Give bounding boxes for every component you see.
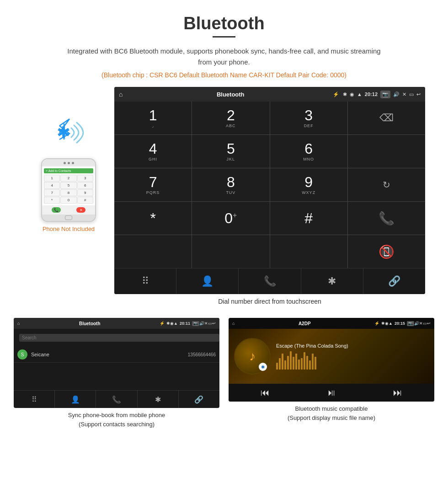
phone-dot-3 <box>72 162 74 164</box>
pb-back-icon[interactable]: ↩ <box>212 321 216 326</box>
dialpad-grid: 1 ⌟ 2 ABC 3 DEF ⌫ 4 GHI <box>114 102 425 268</box>
phone-key-hash[interactable]: # <box>77 197 93 204</box>
music-vol-icon[interactable]: 🔊 <box>414 321 419 326</box>
pb-nav-link[interactable]: 🔗 <box>179 391 219 408</box>
music-bar-14 <box>312 354 314 370</box>
music-back-icon[interactable]: ↩ <box>427 321 431 326</box>
car-camera-icon[interactable]: 📷 <box>380 91 390 98</box>
pb-close-icon[interactable]: ✕ <box>204 321 208 326</box>
pb-vol-icon[interactable]: 🔊 <box>199 321 204 326</box>
dial-key-4[interactable]: 4 GHI <box>114 135 192 168</box>
car-nav-link[interactable]: 🔗 <box>363 268 425 294</box>
car-screen-title: Bluetooth <box>128 91 333 98</box>
dial-key-star[interactable]: * <box>114 202 192 235</box>
dial-key-reload[interactable]: ↻ <box>348 168 425 201</box>
pb-time: 20:11 <box>180 321 190 326</box>
car-close-icon[interactable]: ✕ <box>402 91 406 97</box>
car-nav-contacts[interactable]: 👤 <box>176 268 239 294</box>
car-wifi-icon: ▲ <box>357 91 362 97</box>
music-bar-2 <box>279 358 281 370</box>
pb-nav-bar: ⠿ 👤 📞 ✱ 🔗 <box>14 390 219 408</box>
phone-dot-2 <box>68 162 70 164</box>
music-win-icon[interactable]: ▭ <box>423 321 427 326</box>
music-bar-11 <box>304 352 305 370</box>
music-close-icon[interactable]: ✕ <box>419 321 423 326</box>
pb-bt-icon: ✱ <box>166 321 170 326</box>
dial-key-6[interactable]: 6 MNO <box>270 135 347 168</box>
car-home-icon[interactable]: ⌂ <box>119 91 123 98</box>
dial-key-hash[interactable]: # <box>270 202 347 235</box>
music-album-art: ♪ ✱ <box>234 338 271 375</box>
phone-call-button[interactable]: 📞 <box>52 207 61 213</box>
phone-key-2[interactable]: 2 <box>60 175 76 182</box>
car-status-right: ✱ ◉ ▲ 20:12 📷 🔊 ✕ ▭ ↩ <box>343 91 421 98</box>
music-prev-button[interactable]: ⏮ <box>261 387 270 398</box>
phone-key-3[interactable]: 3 <box>77 175 93 182</box>
music-usb-icon: ⚡ <box>374 321 379 326</box>
contact-row[interactable]: S Seicane 13566664466 <box>14 347 219 363</box>
contact-avatar: S <box>17 349 27 359</box>
dial-key-call-red[interactable]: 📵 <box>348 235 425 268</box>
music-bar-8 <box>295 354 297 370</box>
dial-key-8[interactable]: 8 TUV <box>192 168 269 201</box>
dial-key-1[interactable]: 1 ⌟ <box>114 102 192 134</box>
dial-key-9[interactable]: 9 WXYZ <box>270 168 347 201</box>
dial-key-7[interactable]: 7 PQRS <box>114 168 192 201</box>
phone-key-8[interactable]: 8 <box>60 189 76 196</box>
main-content: ✱ + Add to Contacts 1 2 3 4 5 <box>0 87 448 313</box>
music-bar-4 <box>284 360 286 370</box>
phonebook-search-input[interactable] <box>19 334 219 342</box>
dial-key-0[interactable]: 0+ <box>192 202 269 235</box>
phone-end-button[interactable]: ✕ <box>76 207 85 213</box>
music-camera-icon[interactable]: 📷 <box>407 321 414 326</box>
music-body: ♪ ✱ Escape (The Pina Colada Song) <box>229 329 434 384</box>
dial-key-empty-row5-3 <box>270 235 347 268</box>
phone-key-5[interactable]: 5 <box>60 182 76 189</box>
pb-nav-bt[interactable]: ✱ <box>138 391 179 408</box>
pb-status-bar: ⌂ Bluetooth ⚡ ✱ ◉ ▲ 20:11 📷 🔊 ✕ ▭ ↩ <box>14 318 219 329</box>
dial-key-5[interactable]: 5 JKL <box>192 135 269 168</box>
contact-name: Seicane <box>31 352 188 357</box>
pb-camera-icon[interactable]: 📷 <box>192 321 199 326</box>
phone-key-6[interactable]: 6 <box>77 182 93 189</box>
pb-nav-contacts[interactable]: 👤 <box>55 391 96 408</box>
car-status-bar: ⌂ Bluetooth ⚡ ✱ ◉ ▲ 20:12 📷 🔊 ✕ ▭ ↩ <box>114 87 425 102</box>
pb-usb-icon: ⚡ <box>160 321 165 326</box>
pb-nav-phone[interactable]: 📞 <box>96 391 137 408</box>
car-nav-phone[interactable]: 📞 <box>239 268 301 294</box>
car-window-icon[interactable]: ▭ <box>409 91 414 97</box>
music-play-pause-button[interactable]: ⏯ <box>327 387 336 398</box>
dial-caption: Dial number direct from touchscreen <box>114 298 425 305</box>
description: Integrated with BC6 Bluetooth module, su… <box>64 46 384 68</box>
car-nav-bar: ⠿ 👤 📞 ✱ 🔗 <box>114 268 425 294</box>
phone-key-7[interactable]: 7 <box>44 189 60 196</box>
phone-key-9[interactable]: 9 <box>77 189 93 196</box>
dial-key-empty-row5-1 <box>114 235 192 268</box>
phone-home-button[interactable] <box>65 215 72 220</box>
pb-win-icon[interactable]: ▭ <box>208 321 212 326</box>
dial-key-2[interactable]: 2 ABC <box>192 102 269 134</box>
music-bt-icon: ✱ <box>381 321 385 326</box>
car-back-icon[interactable]: ↩ <box>416 91 421 97</box>
car-nav-bluetooth[interactable]: ✱ <box>301 268 363 294</box>
page-title: Bluetooth <box>0 0 448 36</box>
phone-key-1[interactable]: 1 <box>44 175 60 182</box>
phone-key-0[interactable]: 0 <box>60 197 76 204</box>
car-nav-dialpad[interactable]: ⠿ <box>114 268 176 294</box>
music-next-button[interactable]: ⏭ <box>393 387 402 398</box>
pb-spacer <box>14 363 219 390</box>
car-dial-screen: ⌂ Bluetooth ⚡ ✱ ◉ ▲ 20:12 📷 🔊 ✕ ▭ ↩ <box>114 87 425 313</box>
dial-key-3[interactable]: 3 DEF <box>270 102 347 134</box>
phone-key-4[interactable]: 4 <box>44 182 60 189</box>
dial-key-call-green[interactable]: 📞 <box>348 202 425 235</box>
car-bt-icon: ✱ <box>343 91 347 97</box>
car-usb-icon: ⚡ <box>333 91 339 97</box>
music-bar-12 <box>306 356 308 370</box>
pb-nav-dialpad[interactable]: ⠿ <box>14 391 55 408</box>
car-volume-icon[interactable]: 🔊 <box>393 91 400 97</box>
music-viz <box>276 351 429 370</box>
music-info: Escape (The Pina Colada Song) <box>276 343 429 370</box>
music-wifi-icon: ▲ <box>389 321 393 326</box>
backspace-icon[interactable]: ⌫ <box>379 112 394 124</box>
phone-key-star[interactable]: * <box>44 197 60 204</box>
